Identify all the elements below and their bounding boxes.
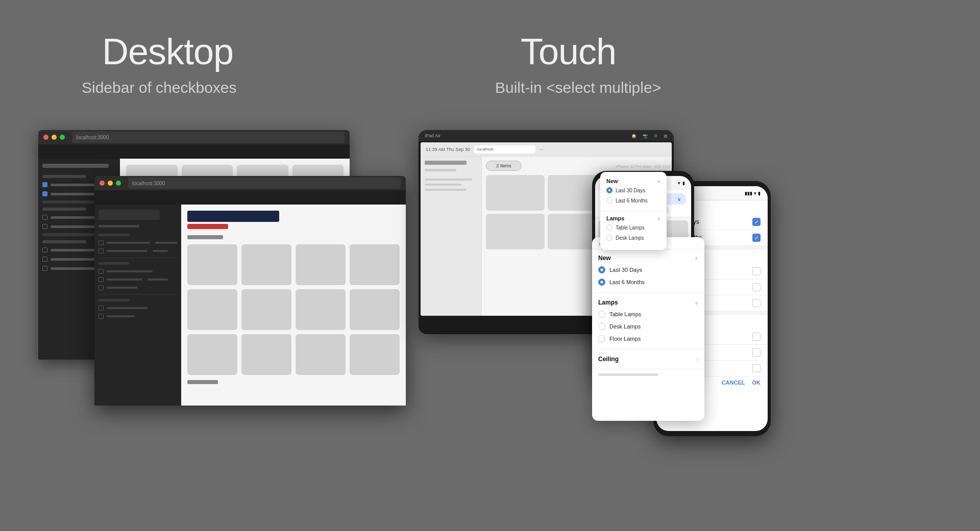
back-checkbox-2[interactable]	[42, 191, 47, 196]
ipad-dd-label-last30: Last 30 Days	[616, 188, 645, 193]
ipad-dd-label-lamps: Lamps	[606, 215, 624, 221]
android-checkbox-pendant[interactable]	[752, 348, 761, 357]
front-card-10	[241, 334, 291, 375]
front-maximize-dot[interactable]	[116, 181, 121, 186]
back-checkbox-6[interactable]	[42, 257, 47, 262]
close-dot[interactable]	[43, 135, 48, 140]
front-card-11	[296, 334, 346, 375]
front-check-row-7	[99, 314, 177, 319]
ipad-dd-divider	[600, 211, 667, 211]
select-section-lamps-label: Lamps	[598, 299, 618, 306]
front-check-row-1	[99, 240, 177, 245]
front-checkbox-1[interactable]	[99, 240, 104, 245]
front-checkbox-2[interactable]	[99, 248, 104, 254]
front-checkbox-4[interactable]	[99, 277, 104, 282]
front-card-8	[350, 289, 400, 330]
minimize-dot[interactable]	[52, 135, 57, 140]
front-check-row-3	[99, 269, 177, 274]
ipad-filter-badge[interactable]: 2 Items	[486, 161, 522, 171]
front-checkbox-7[interactable]	[99, 314, 104, 319]
android-cancel-button[interactable]: CANCEL	[722, 380, 745, 386]
ipad-dd-item-last30[interactable]: Last 30 Days	[606, 186, 660, 194]
select-divider-2	[592, 349, 704, 349]
chevron-down-icon-lamps2: ∨	[695, 300, 698, 306]
select-item-floorlamps-label: Floor Lamps	[609, 336, 641, 342]
android-ok-button[interactable]: OK	[752, 380, 761, 386]
maximize-dot[interactable]	[60, 135, 65, 140]
front-checkbox-3[interactable]	[99, 269, 104, 274]
select-section-ceiling-header[interactable]: Ceiling ›	[592, 353, 704, 365]
select-section-lamps-header[interactable]: Lamps ∨	[592, 297, 704, 308]
android-checkbox-tablelamps[interactable]	[752, 267, 761, 275]
front-content-section-2	[187, 380, 218, 384]
ipad-filter-count: 2 Items	[496, 163, 511, 168]
android-checkbox-desklamps[interactable]	[752, 283, 761, 291]
back-checkbox-3[interactable]	[42, 215, 47, 220]
front-check-line-2b	[153, 250, 168, 252]
front-card-1	[187, 244, 237, 285]
radio-tablelamps[interactable]	[606, 224, 612, 231]
select-item-tablelamps[interactable]: Table Lamps	[592, 308, 704, 320]
android-checkbox-last30days[interactable]: ✓	[752, 218, 761, 226]
select-item-last6m[interactable]: Last 6 Months	[592, 276, 704, 288]
select-divider-1	[592, 292, 704, 293]
front-card-3	[296, 244, 346, 285]
front-check-line-2	[107, 250, 148, 252]
select-radio-tablelamps[interactable]	[598, 311, 605, 318]
front-divider-2	[99, 294, 177, 295]
back-checkbox-7[interactable]	[42, 266, 47, 271]
front-check-line-7	[107, 315, 135, 317]
android-checkbox-flush[interactable]	[752, 364, 761, 372]
android-checkbox-last6months[interactable]: ✓	[752, 234, 761, 242]
front-check-line-4	[107, 279, 142, 281]
front-check-row-6	[99, 306, 177, 311]
select-item-desklamps[interactable]: Desk Lamps	[592, 320, 704, 333]
iphone-device-label: iPhone 12 Pro Max - iOS 15.0	[616, 164, 670, 169]
android-checkbox-floorlamps[interactable]	[752, 299, 761, 307]
select-radio-desklamps[interactable]	[598, 323, 605, 330]
front-close-dot[interactable]	[100, 181, 105, 186]
wifi-icon: ▾	[678, 181, 680, 186]
radio-last6m[interactable]	[606, 197, 612, 204]
chevron-right-icon: ›	[697, 357, 698, 362]
battery-icon: ▮	[682, 181, 685, 186]
select-radio-last6m[interactable]	[598, 279, 605, 286]
front-checkbox-6[interactable]	[99, 306, 104, 311]
front-divider-1	[99, 258, 177, 258]
front-section-new-label	[99, 234, 129, 236]
touch-heading: Touch	[521, 31, 616, 72]
select-item-floorlamps[interactable]: Floor Lamps	[592, 333, 704, 345]
iphone-status-icons: ▾ ▮	[678, 181, 685, 186]
ipad-dd-item-desklamps[interactable]: Desk Lamps	[606, 234, 660, 242]
ipad-dd-item-tablelamps[interactable]: Table Lamps	[606, 223, 660, 232]
radio-desklamps[interactable]	[606, 235, 612, 241]
radio-last30[interactable]	[606, 187, 612, 193]
android-signal-icon: ▮▮▮	[745, 191, 752, 196]
select-radio-last30[interactable]	[598, 266, 605, 273]
back-address-text: localhost:3000	[76, 135, 109, 140]
touch-section: iPad Air 🏠 📷 ⚙ ▦ 11:39 AM Thu Sep 30 loc…	[419, 130, 970, 395]
back-checkbox-1[interactable]	[42, 182, 47, 187]
front-check-line-3	[107, 270, 153, 272]
front-card-2	[241, 244, 291, 285]
back-checkbox-5[interactable]	[42, 247, 47, 252]
select-section-ceiling-label: Ceiling	[598, 356, 619, 363]
browser-window-front: localhost:3000	[94, 176, 406, 406]
ipad-dd-header-new: New ∨	[606, 178, 660, 184]
front-check-line-6	[107, 307, 148, 309]
back-checkbox-4[interactable]	[42, 224, 47, 229]
ipad-dd-item-last6m[interactable]: Last 6 Months	[606, 196, 660, 205]
select-section-new-header[interactable]: New ∧	[592, 252, 704, 264]
front-checkbox-5[interactable]	[99, 285, 104, 290]
front-minimize-dot[interactable]	[108, 181, 113, 186]
ipad-dd-header-lamps: Lamps ∨	[606, 215, 660, 221]
ipad-url-bar[interactable]: localhost	[474, 145, 535, 154]
android-status-icons: ▮▮▮ ▾ ▮	[745, 191, 761, 196]
front-content-section-1	[187, 235, 223, 239]
chevron-down-icon: ∨	[657, 179, 660, 184]
front-check-line-5	[107, 287, 137, 289]
ipad-dd-label-last6m: Last 6 Months	[616, 198, 648, 204]
select-radio-floorlamps[interactable]	[598, 335, 605, 342]
android-checkbox-chandeliers[interactable]	[752, 333, 761, 341]
select-item-last30[interactable]: Last 30 Days	[592, 264, 704, 276]
